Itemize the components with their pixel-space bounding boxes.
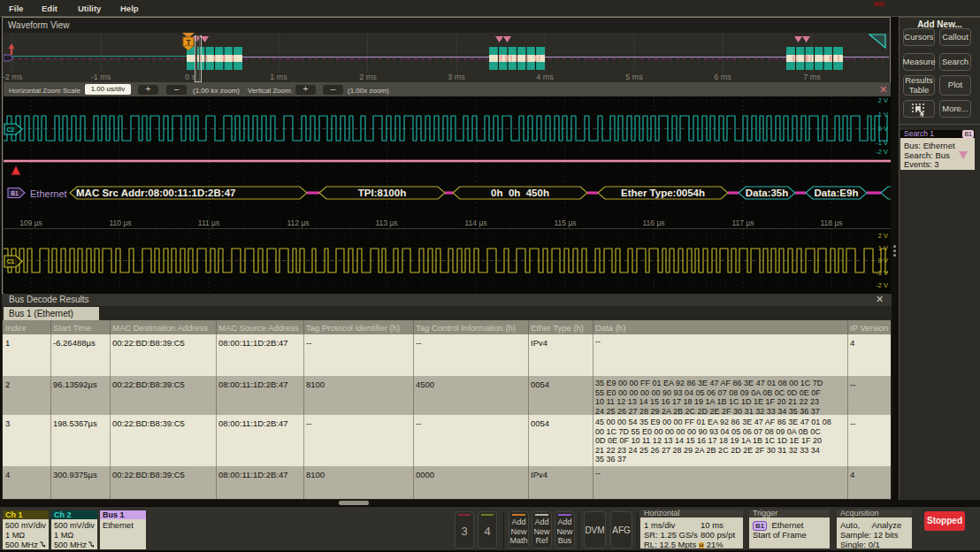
svg-text:117 µs: 117 µs: [731, 218, 754, 227]
svg-text:TPI:8100h: TPI:8100h: [358, 188, 406, 198]
svg-text:Data:35h: Data:35h: [746, 188, 789, 198]
svg-text:-1 V: -1 V: [876, 269, 888, 277]
svg-text:112 µs: 112 µs: [287, 218, 309, 227]
svg-text:0 V: 0 V: [878, 257, 888, 264]
svg-text:MAC Src Addr:08:00:11:1D:2B:47: MAC Src Addr:08:00:11:1D:2B:47: [76, 188, 235, 198]
svg-text:T: T: [186, 38, 191, 47]
svg-text:113 µs: 113 µs: [375, 218, 397, 227]
svg-text:115 µs: 115 µs: [554, 218, 576, 227]
svg-text:118 µs: 118 µs: [820, 218, 842, 227]
svg-text:2 V: 2 V: [878, 232, 888, 240]
svg-text:C1: C1: [7, 258, 15, 264]
svg-text:1 V: 1 V: [878, 111, 888, 119]
svg-text:2 V: 2 V: [878, 96, 888, 104]
svg-text:B1: B1: [11, 190, 19, 196]
svg-text:-1 V: -1 V: [876, 139, 888, 147]
svg-text:111 µs: 111 µs: [198, 218, 219, 227]
svg-text:110 µs: 110 µs: [109, 218, 131, 227]
svg-text:1 V: 1 V: [878, 244, 888, 252]
svg-text:114 µs: 114 µs: [464, 218, 486, 227]
svg-text:-2 V: -2 V: [876, 281, 888, 289]
svg-text:Ether Type:0054h: Ether Type:0054h: [621, 188, 705, 198]
svg-text:0 V: 0 V: [878, 125, 888, 133]
svg-text:C2: C2: [7, 126, 15, 133]
svg-text:0h 0h 450h: 0h 0h 450h: [491, 188, 549, 198]
svg-text:Data:E9h: Data:E9h: [815, 188, 859, 198]
svg-text:-2 V: -2 V: [876, 148, 888, 156]
svg-text:116 µs: 116 µs: [642, 218, 664, 227]
svg-text:Ethernet: Ethernet: [30, 188, 67, 199]
svg-text:109 µs: 109 µs: [19, 218, 42, 227]
